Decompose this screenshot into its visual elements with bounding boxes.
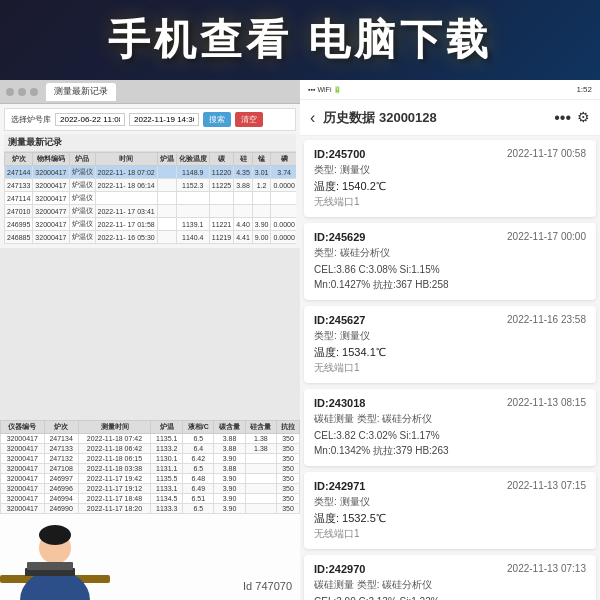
clear-button[interactable]: 清空 (235, 112, 263, 127)
bottom-table-cell: 1135.5 (151, 474, 183, 484)
table-cell: 1.2 (252, 179, 271, 192)
bt-col3: 测量时间 (78, 421, 151, 434)
record-detail-2: Mn:0.1342% 抗拉:379 HB:263 (314, 443, 586, 458)
bt-col1: 仪器编号 (1, 421, 45, 434)
record-card[interactable]: ID:2429702022-11-13 07:13碳硅测量 类型: 碳硅分析仪C… (304, 555, 596, 600)
bottom-table-row[interactable]: 320004172469972022-11-17 19:421135.56.48… (1, 474, 300, 484)
table-cell: 32000417 (33, 231, 69, 244)
table-row[interactable]: 24713332000417炉温仪2022-11- 18 06:141152.3… (5, 179, 297, 192)
toolbar-date-end[interactable] (129, 113, 199, 126)
record-temp: 温度: 1532.5℃ (314, 511, 586, 526)
bottom-table-cell: 32000417 (1, 484, 45, 494)
record-card[interactable]: ID:2456292022-11-17 00:00类型: 碳硅分析仪CEL:3.… (304, 223, 596, 300)
bottom-table-row[interactable]: 320004172469942022-11-17 18:481134.56.51… (1, 494, 300, 504)
bottom-table-row[interactable]: 320004172471332022-11-18 06:421133.26.43… (1, 444, 300, 454)
table-cell (157, 205, 176, 218)
bt-col4: 炉温 (151, 421, 183, 434)
toolbar-date-start[interactable] (55, 113, 125, 126)
bottom-table-row[interactable]: 320004172469962022-11-17 19:121133.16.49… (1, 484, 300, 494)
browser-tab[interactable]: 测量最新记录 (46, 83, 116, 101)
search-button[interactable]: 搜索 (203, 112, 231, 127)
table-row[interactable]: 24711432000417炉温仪1307.5查看 (5, 192, 297, 205)
table-cell: 32000417 (33, 218, 69, 231)
record-card[interactable]: ID:2429712022-11-13 07:15类型: 测量仪温度: 1532… (304, 472, 596, 549)
id-label: Id 747070 (243, 580, 292, 592)
wifi-icon: WiFi (317, 86, 331, 94)
table-cell: 3.74 (271, 166, 296, 179)
table-cell (157, 179, 176, 192)
table-cell: 247010 (5, 205, 33, 218)
table-row[interactable]: 24688532000417炉温仪2022-11- 16 05:301140.4… (5, 231, 297, 244)
bottom-table-cell: 32000417 (1, 454, 45, 464)
bottom-table-cell: 1133.1 (151, 484, 183, 494)
bottom-table-cell: 2022-11-17 18:48 (78, 494, 151, 504)
bottom-table-row[interactable]: 320004172471322022-11-18 06:151130.16.42… (1, 454, 300, 464)
bottom-table-cell: 3.88 (214, 444, 245, 454)
table-cell: 3.01 (252, 166, 271, 179)
bottom-table-cell: 3.90 (214, 494, 245, 504)
record-id: ID:245629 (314, 231, 365, 243)
table-cell (234, 205, 253, 218)
table-cell: 4.41 (234, 231, 253, 244)
table-cell: 11219 (209, 231, 233, 244)
pc-content: 选择炉号库 搜索 清空 测量最新记录 炉次 物料编码 炉品 时间 (0, 104, 300, 248)
bottom-table-cell: 2022-11-18 07:42 (78, 434, 151, 444)
back-button[interactable]: ‹ (310, 109, 315, 127)
bottom-table-cell: 350 (277, 504, 300, 514)
bottom-table-cell: 1.38 (245, 434, 276, 444)
table-cell (252, 192, 271, 205)
table-cell: 1148.9 (176, 166, 209, 179)
table-cell: 4.40 (234, 218, 253, 231)
record-date: 2022-11-13 07:13 (507, 563, 586, 575)
bottom-table-cell: 3.90 (214, 454, 245, 464)
record-temp: 温度: 1534.1℃ (314, 345, 586, 360)
bottom-table-overlay: 仪器编号 炉次 测量时间 炉温 液相/C 碳含量 硅含量 抗拉 32000417… (0, 420, 300, 600)
bottom-table-cell: 350 (277, 434, 300, 444)
bottom-table-cell: 1.38 (245, 444, 276, 454)
bt-col5: 液相/C (183, 421, 214, 434)
table-cell (271, 192, 296, 205)
mobile-nav-title: 历史数据 32000128 (323, 109, 546, 127)
table-cell: 2022-11- 17 03:41 (95, 205, 157, 218)
record-card[interactable]: ID:2456272022-11-16 23:58类型: 测量仪温度: 1534… (304, 306, 596, 383)
record-port: 无线端口1 (314, 361, 586, 375)
bottom-table-cell: 350 (277, 454, 300, 464)
settings-icon[interactable]: ⚙ (577, 109, 590, 127)
table-row[interactable]: 24714432000417炉温仪2022-11- 18 07:021148.9… (5, 166, 297, 179)
menu-dots-icon[interactable]: ••• (554, 109, 571, 127)
bottom-table-row[interactable]: 320004172471342022-11-18 07:421135.16.53… (1, 434, 300, 444)
record-id: ID:242971 (314, 480, 365, 492)
record-type: 类型: 碳硅分析仪 (314, 246, 586, 260)
bottom-table-cell: 247134 (44, 434, 78, 444)
table-cell (157, 218, 176, 231)
table-row[interactable]: 24701032000477炉温仪2022-11- 17 03:41查看 (5, 205, 297, 218)
record-port: 无线端口1 (314, 527, 586, 541)
bottom-table-cell (245, 474, 276, 484)
bottom-table-cell: 1133.3 (151, 504, 183, 514)
table-cell (234, 192, 253, 205)
bottom-table-cell: 350 (277, 494, 300, 504)
bottom-table-row[interactable]: 320004172471082022-11-18 03:381131.16.53… (1, 464, 300, 474)
col-header-type: 炉品 (69, 153, 95, 166)
record-id: ID:245700 (314, 148, 365, 160)
table-cell: 2022-11- 18 07:02 (95, 166, 157, 179)
main-content: 测量最新记录 选择炉号库 搜索 清空 测量最新记录 炉次 物料 (0, 80, 600, 600)
record-date: 2022-11-17 00:00 (507, 231, 586, 243)
bottom-table-cell: 3.90 (214, 474, 245, 484)
table-cell: 炉温仪 (69, 231, 95, 244)
table-cell: 1139.1 (176, 218, 209, 231)
person-silhouette (0, 510, 110, 600)
record-card[interactable]: ID:2457002022-11-17 00:58类型: 测量仪温度: 1540… (304, 140, 596, 217)
table-cell: 炉温仪 (69, 218, 95, 231)
bottom-table-cell: 246994 (44, 494, 78, 504)
svg-rect-5 (27, 562, 73, 570)
record-card[interactable]: ID:2430182022-11-13 08:15碳硅测量 类型: 碳硅分析仪C… (304, 389, 596, 466)
record-type: 碳硅测量 类型: 碳硅分析仪 (314, 412, 586, 426)
table-cell: 32000417 (33, 192, 69, 205)
table-cell (209, 205, 233, 218)
table-row[interactable]: 24699532000417炉温仪2022-11- 17 01:581139.1… (5, 218, 297, 231)
mobile-status-bar: ▪▪▪ WiFi 🔋 1:52 (300, 80, 600, 100)
table-cell (157, 231, 176, 244)
table-cell (95, 192, 157, 205)
bottom-table-cell: 32000417 (1, 494, 45, 504)
